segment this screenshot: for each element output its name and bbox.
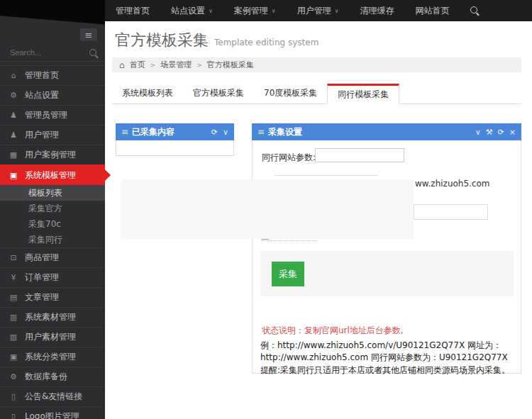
form-actions: 采集 — [260, 251, 514, 296]
sidebar-subitem-collect-peer[interactable]: 采集同行 — [0, 232, 105, 247]
sidebar-item-announcement-links[interactable]: ▯公告&友情链接 — [0, 386, 105, 406]
close-icon[interactable]: × — [509, 128, 516, 136]
collected-content-panel-title: 已采集内容 — [132, 126, 208, 138]
chevron-down-icon: ∨ — [272, 1, 276, 22]
chevron-down-icon: ∨ — [209, 1, 213, 22]
panel-bars-icon: ≡ — [121, 127, 128, 137]
partial-input-box[interactable] — [414, 204, 488, 220]
sidebar-item-order-management[interactable]: ¥订单管理 — [0, 267, 105, 287]
collect-settings-panel-title: 采集设置 — [268, 126, 472, 138]
sidebar: ≡ ⌂管理首页 ⚙站点设置 ♟管理员管理 ♟用户管理 ▦用户案例管理 ▣系统模板… — [0, 0, 105, 419]
sidebar-item-goods-management[interactable]: ⊡商品管理 — [0, 247, 105, 267]
hidden-field-top-edge — [275, 175, 378, 176]
topnav-website-home[interactable]: 网站首页 — [405, 0, 460, 21]
topnav-user-management[interactable]: 用户管理∨ — [287, 0, 350, 22]
panel-bars-icon: ≡ — [257, 127, 265, 137]
gear-icon: ⚙ — [9, 372, 18, 381]
home-icon: ⌂ — [119, 60, 125, 70]
breadcrumb-home[interactable]: 首页 — [130, 60, 145, 70]
refresh-icon[interactable]: ⟳ — [211, 128, 218, 136]
tab-bar: 系统模板列表 官方模板采集 70度模板采集 同行模板采集 — [112, 83, 521, 104]
sidebar-subitem-template-list[interactable]: 模板列表 — [0, 185, 105, 201]
topnav-search-button[interactable] — [460, 6, 487, 16]
chevron-down-icon[interactable]: ∨ — [475, 128, 481, 136]
user-icon: ♟ — [9, 130, 18, 140]
breadcrumb-separator: > — [196, 62, 202, 69]
tab-peer-template-collect[interactable]: 同行模板采集 — [327, 84, 399, 104]
tab-official-template-collect[interactable]: 官方模板采集 — [183, 83, 254, 104]
gear-icon: ⚙ — [9, 91, 18, 100]
sidebar-item-system-template-management[interactable]: ▣系统模板管理 — [0, 164, 105, 185]
topnav-admin-home[interactable]: 管理首页 — [105, 0, 160, 21]
breadcrumb-current-page: 官方模板采集 — [207, 60, 254, 70]
topnav-clear-cache[interactable]: 清理缓存 — [350, 0, 405, 21]
user-icon: ♟ — [9, 111, 18, 120]
search-icon — [470, 6, 477, 13]
top-navbar: 管理首页 站点设置∨ 案例管理∨ 用户管理∨ 清理缓存 网站首页 — [105, 0, 532, 21]
tab-70du-template-collect[interactable]: 70度模板采集 — [254, 83, 327, 104]
sidebar-item-database-backup[interactable]: ⚙数据库备份 — [0, 367, 105, 386]
collect-button[interactable]: 采集 — [272, 262, 304, 286]
sidebar-toggle-button[interactable]: ≡ — [80, 28, 97, 41]
tab-system-template-list[interactable]: 系统模板列表 — [112, 83, 183, 104]
chevron-down-icon[interactable]: ∨ — [223, 128, 228, 136]
bookmark-icon: ▯ — [9, 412, 18, 419]
collected-content-panel: ≡ 已采集内容 ⟳ ∨ — [116, 123, 234, 156]
hamburger-icon: ≡ — [85, 30, 93, 40]
topnav-case-management[interactable]: 案例管理∨ — [223, 0, 287, 22]
sidebar-item-admin-management[interactable]: ♟管理员管理 — [0, 105, 105, 125]
home-icon: ⌂ — [9, 71, 18, 80]
document-icon: ▤ — [9, 293, 18, 302]
sidebar-item-system-category-management[interactable]: ▣系统分类管理 — [0, 347, 105, 367]
archive-icon: ▥ — [9, 313, 18, 322]
admin-page: 管理首页 站点设置∨ 案例管理∨ 用户管理∨ 清理缓存 网站首页 ≡ ⌂管理首页… — [0, 0, 532, 419]
peer-site-param-label: 同行网站参数: — [262, 152, 316, 164]
box-icon: ⊡ — [9, 253, 18, 262]
page-title: 官方模板采集 Template editing system — [115, 30, 318, 51]
breadcrumb-scene-management[interactable]: 场景管理 — [160, 60, 192, 70]
sidebar-item-user-case-management[interactable]: ▦用户案例管理 — [0, 145, 105, 164]
sidebar-item-logo-image-management[interactable]: ▯Logo图片管理 — [0, 406, 105, 419]
sidebar-item-article-management[interactable]: ▤文章管理 — [0, 287, 105, 307]
chevron-down-icon: ∨ — [335, 1, 339, 22]
sidebar-subitem-collect-official[interactable]: 采集官方 — [0, 201, 105, 216]
sidebar-item-admin-home[interactable]: ⌂管理首页 — [0, 65, 105, 85]
breadcrumb: ⌂ 首页 > 场景管理 > 官方模板采集 — [112, 57, 521, 72]
wrench-icon[interactable]: ⚒ — [486, 128, 493, 136]
status-note: 状态说明：复制官网url地址后台参数, — [262, 325, 404, 337]
refresh-icon[interactable]: ⟳ — [498, 128, 504, 136]
breadcrumb-separator: > — [150, 62, 156, 69]
sidebar-subitem-collect-70c[interactable]: 采集70c — [0, 216, 105, 232]
blank-overlay — [121, 179, 414, 239]
peer-site-param-input[interactable] — [315, 148, 404, 162]
archive-icon: ▥ — [9, 333, 18, 342]
main-content: 官方模板采集 Template editing system ⌂ 首页 > 场景… — [105, 21, 532, 419]
yen-icon: ¥ — [9, 273, 18, 282]
search-icon[interactable] — [89, 49, 96, 56]
sidebar-item-system-material-management[interactable]: ▥系统素材管理 — [0, 307, 105, 327]
sidebar-menu: ⌂管理首页 ⚙站点设置 ♟管理员管理 ♟用户管理 ▦用户案例管理 ▣系统模板管理… — [0, 65, 105, 419]
example-line: 例：http://www.zhizuoh5.com/v/U90121G2Q77X… — [260, 340, 516, 364]
collect-settings-panel: ≡ 采集设置 ∨ ⚒ ⟳ × 同行网站参数: ww.zhizuoh5.com 采… — [252, 123, 521, 374]
sidebar-item-user-material-management[interactable]: ▥用户素材管理 — [0, 327, 105, 347]
tip-line: 提醒:采集同行只适用于本店或者其他店铺相同类源码场景内采集。 — [260, 364, 516, 376]
sidebar-item-site-settings[interactable]: ⚙站点设置 — [0, 85, 105, 105]
collected-content-panel-header: ≡ 已采集内容 ⟳ ∨ — [116, 123, 234, 140]
collected-content-panel-body — [116, 140, 234, 156]
page-subtitle: Template editing system — [214, 38, 318, 48]
domain-text: ww.zhizuoh5.com — [415, 179, 490, 189]
example-text: 例：http://www.zhizuoh5.com/v/U90121G2Q77X… — [260, 340, 516, 376]
collect-settings-panel-header: ≡ 采集设置 ∨ ⚒ ⟳ × — [252, 123, 521, 140]
page-title-text: 官方模板采集 — [115, 30, 209, 51]
sidebar-item-user-management[interactable]: ♟用户管理 — [0, 125, 105, 145]
briefcase-icon: ▣ — [9, 171, 18, 180]
sidebar-search — [0, 44, 105, 62]
bookmark-icon: ▯ — [9, 392, 18, 401]
table-icon: ▦ — [9, 150, 18, 160]
collect-settings-panel-body: 同行网站参数: ww.zhizuoh5.com 采集 状态说明：复制官网url地… — [252, 140, 521, 374]
sidebar-search-input[interactable] — [9, 48, 85, 57]
briefcase-icon: ▣ — [9, 352, 18, 362]
topnav-site-settings[interactable]: 站点设置∨ — [160, 0, 223, 22]
